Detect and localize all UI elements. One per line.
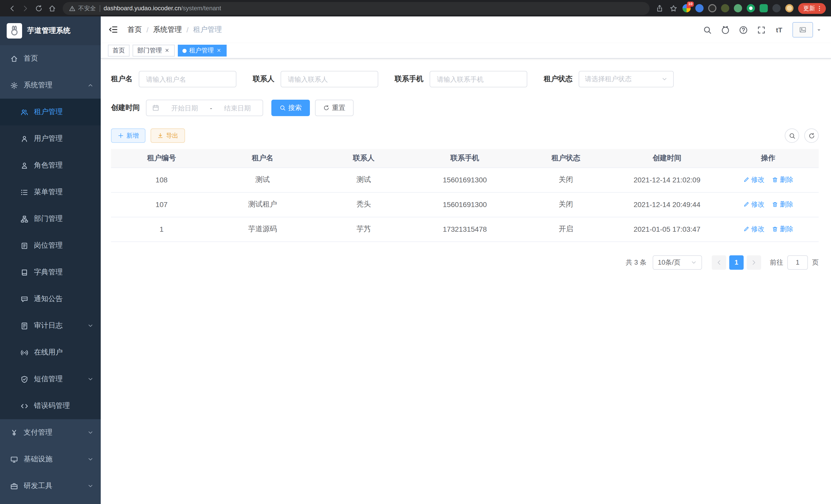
sidebar-item-tenant[interactable]: 租户管理 — [0, 99, 101, 125]
sidebar-item-sms[interactable]: 短信管理 — [0, 366, 101, 392]
goto-page-input[interactable] — [787, 255, 808, 269]
sidebar-item-label: 研发工具 — [24, 481, 52, 491]
search-icon[interactable] — [703, 25, 712, 34]
filter-label: 租户状态 — [544, 75, 573, 84]
browser-chrome: 不安全 dashboard.yudao.iocoder.cn/system/te… — [0, 0, 831, 17]
github-icon[interactable] — [720, 25, 730, 34]
prev-page-button[interactable] — [712, 255, 726, 269]
edit-link[interactable]: 修改 — [743, 175, 765, 184]
share-icon[interactable] — [655, 4, 664, 13]
question-icon[interactable] — [739, 25, 748, 34]
close-icon[interactable] — [217, 48, 222, 53]
delete-link[interactable]: 删除 — [772, 225, 793, 234]
close-icon[interactable] — [165, 48, 170, 53]
extension-icon-olive[interactable] — [721, 4, 729, 12]
tenant-table: 租户编号租户名联系人联系手机租户状态创建时间操作 108测试测试15601691… — [111, 149, 819, 242]
sidebar-item-menu[interactable]: 菜单管理 — [0, 179, 101, 206]
contact-input[interactable] — [281, 71, 378, 87]
refresh-icon[interactable] — [32, 2, 45, 15]
sidebar-item-devtool[interactable]: 研发工具 — [0, 473, 101, 499]
chrome-update-button[interactable]: 更新 — [798, 3, 826, 13]
cell-created: 2021-12-14 21:02:09 — [617, 168, 717, 192]
forward-icon[interactable] — [19, 2, 32, 15]
sidebar-item-online[interactable]: 在线用户 — [0, 339, 101, 366]
date-range-input[interactable]: - — [146, 100, 263, 116]
refresh-table-button[interactable] — [804, 128, 819, 143]
toggle-search-button[interactable] — [785, 128, 799, 143]
user-menu[interactable] — [793, 22, 822, 37]
breadcrumb-item[interactable]: 系统管理 — [153, 25, 182, 34]
delete-link[interactable]: 删除 — [772, 200, 793, 209]
cell-actions: 修改删除 — [717, 192, 819, 217]
page-number-1[interactable]: 1 — [729, 255, 744, 269]
bookmark-star-icon[interactable] — [668, 4, 678, 13]
delete-icon — [772, 201, 778, 208]
tag-首页[interactable]: 首页 — [108, 45, 130, 57]
export-button[interactable]: 导出 — [150, 128, 185, 143]
sidebar-item-errcode[interactable]: 错误码管理 — [0, 392, 101, 419]
collapse-sidebar-icon[interactable] — [109, 25, 119, 35]
app-window: 芋道管理系统 首页系统管理租户管理用户管理角色管理菜单管理部门管理岗位管理字典管… — [0, 17, 831, 504]
home-icon[interactable] — [45, 2, 59, 15]
extension-icon-dark-ring[interactable] — [708, 4, 716, 12]
logo-row[interactable]: 芋道管理系统 — [0, 17, 101, 45]
reset-button[interactable]: 重置 — [315, 100, 353, 116]
next-page-button[interactable] — [747, 255, 761, 269]
fullscreen-icon[interactable] — [756, 25, 766, 34]
extension-icon-blue[interactable] — [695, 4, 704, 12]
chevron-down-icon — [87, 429, 93, 436]
date-start-input[interactable] — [165, 103, 204, 112]
filter-row-1: 租户名 联系人 联系手机 租户状态 请选择租户状态 — [111, 71, 819, 87]
sidebar-item-audit[interactable]: 审计日志 — [0, 313, 101, 339]
edit-link[interactable]: 修改 — [743, 225, 765, 234]
dict-icon — [20, 268, 28, 276]
sidebar-item-notice[interactable]: 通知公告 — [0, 286, 101, 313]
column-header: 联系人 — [313, 149, 414, 168]
sidebar-item-dept[interactable]: 部门管理 — [0, 206, 101, 232]
sidebar-item-system[interactable]: 系统管理 — [0, 72, 101, 99]
page-size-select[interactable]: 10条/页 — [653, 255, 702, 269]
status-select[interactable]: 请选择租户状态 — [579, 71, 674, 87]
extension-icon-knot[interactable] — [772, 4, 781, 12]
address-bar[interactable]: 不安全 dashboard.yudao.iocoder.cn/system/te… — [63, 2, 650, 14]
sidebar-item-user[interactable]: 用户管理 — [0, 125, 101, 152]
fontsize-icon[interactable]: tT — [774, 25, 784, 34]
cell-phone: 17321315478 — [414, 217, 515, 241]
phone-input[interactable] — [430, 71, 527, 87]
sidebar-item-post[interactable]: 岗位管理 — [0, 232, 101, 259]
extension-icon-green-square[interactable] — [760, 4, 768, 12]
home-icon — [10, 55, 18, 63]
breadcrumb-item[interactable]: 首页 — [127, 25, 142, 34]
add-button[interactable]: 新增 — [111, 128, 145, 143]
cell-status: 关闭 — [515, 192, 617, 217]
filter-create-time: 创建时间 - — [111, 100, 263, 116]
date-end-input[interactable] — [218, 103, 257, 112]
search-button[interactable]: 搜索 — [271, 100, 310, 116]
contact-input-inner[interactable] — [287, 75, 372, 84]
back-icon[interactable] — [5, 2, 19, 15]
filter-label: 创建时间 — [111, 103, 140, 113]
site-security[interactable]: 不安全 — [69, 4, 96, 12]
tenant-name-input[interactable] — [139, 71, 236, 87]
goto-page: 前往 页 — [770, 255, 819, 269]
edit-link[interactable]: 修改 — [743, 200, 765, 209]
sidebar-item-pay[interactable]: 支付管理 — [0, 419, 101, 446]
sidebar-item-home[interactable]: 首页 — [0, 45, 101, 72]
cell-tenant-name: 测试租户 — [212, 192, 313, 217]
extension-icon-emoji[interactable] — [785, 4, 794, 12]
browser-menu-icon[interactable] — [816, 5, 823, 11]
extension-icon-green-ring[interactable] — [747, 4, 755, 12]
tenant-name-input-inner[interactable] — [145, 75, 230, 84]
extension-icon-colorful[interactable]: 10 — [683, 4, 691, 12]
tag-部门管理[interactable]: 部门管理 — [133, 45, 175, 57]
delete-link[interactable]: 删除 — [772, 175, 793, 184]
tag-租户管理[interactable]: 租户管理 — [178, 45, 227, 57]
sidebar-item-dict[interactable]: 字典管理 — [0, 259, 101, 286]
cell-created: 2021-01-05 17:03:47 — [617, 217, 717, 241]
logo-image — [7, 23, 22, 38]
sidebar-item-role[interactable]: 角色管理 — [0, 152, 101, 179]
breadcrumb-item: 租户管理 — [193, 25, 222, 34]
extension-icon-green[interactable] — [734, 4, 742, 12]
phone-input-inner[interactable] — [436, 75, 521, 84]
sidebar-item-infra[interactable]: 基础设施 — [0, 446, 101, 473]
